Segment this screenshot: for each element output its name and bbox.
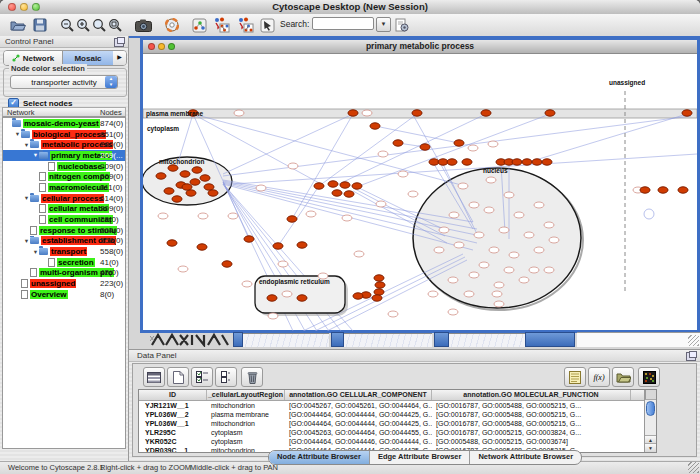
tab-edge-attribute-browser[interactable]: Edge Attribute Browser [370, 451, 470, 464]
data-panel-float-icon[interactable] [686, 352, 696, 361]
column-header[interactable]: ID [139, 390, 207, 400]
tree-row[interactable]: ▼metabolic process280(0) [3, 139, 125, 150]
network-node-label[interactable] [428, 291, 438, 297]
network-node-label[interactable] [524, 232, 534, 238]
network-node-label[interactable] [342, 215, 352, 221]
network-node-label[interactable] [178, 266, 188, 272]
window-resize-grip[interactable] [688, 462, 699, 473]
network-node[interactable] [297, 242, 307, 248]
import-attributes-button[interactable] [612, 367, 634, 387]
network-node[interactable] [374, 289, 384, 295]
zoom-fit-button[interactable] [106, 16, 125, 34]
network-node[interactable] [462, 159, 472, 165]
tree-row[interactable]: cellular metabo209(0) [3, 204, 125, 215]
network-node[interactable] [658, 187, 668, 193]
network-node[interactable] [167, 240, 177, 246]
network-node[interactable] [375, 282, 385, 288]
tree-row[interactable]: multi-organism pro42(0) [3, 268, 125, 279]
network-node-label[interactable] [228, 213, 238, 219]
network-node-label[interactable] [198, 213, 208, 219]
column-header[interactable]: annotation.GO MOLECULAR_FUNCTION [432, 390, 631, 400]
tree-row[interactable]: mosaic-demo-yeast874(0) [3, 118, 125, 129]
search-config-button[interactable] [392, 16, 411, 34]
network-node[interactable] [640, 187, 650, 193]
network-node[interactable] [200, 175, 210, 181]
network-node-label[interactable] [268, 313, 278, 319]
network-node[interactable] [412, 110, 422, 116]
select-mode-button[interactable] [258, 16, 277, 34]
network-view-window[interactable]: primary metabolic process plasma membran… [140, 37, 700, 333]
network-node-label[interactable] [474, 232, 484, 238]
tab-network[interactable]: Network [4, 51, 63, 65]
scroll-down-arrow[interactable]: ▼ [645, 443, 656, 452]
network-node[interactable] [340, 182, 350, 188]
network-node-label[interactable] [469, 202, 479, 208]
attribute-matrix-button[interactable] [638, 367, 660, 387]
network-node-label[interactable] [494, 282, 504, 288]
table-row[interactable]: YPL036W__1mitochondrion[GO:0044464, GO:0… [139, 419, 656, 428]
table-scrollbar[interactable]: ▲ ▼ [644, 390, 656, 452]
network-node-label[interactable] [494, 301, 504, 307]
network-node-label[interactable] [282, 291, 292, 297]
tree-row[interactable]: ▼establishment of lo558(0) [3, 236, 125, 247]
network-node[interactable] [420, 144, 430, 150]
network-node-label[interactable] [454, 242, 464, 248]
network-node[interactable] [164, 188, 174, 194]
unselect-attributes-button[interactable] [215, 367, 237, 387]
tree-row[interactable]: cell communicat22(0) [3, 214, 125, 225]
expand-arrow[interactable]: ▼ [14, 131, 21, 137]
scrollbar-thumb[interactable] [646, 401, 655, 416]
network-node[interactable] [197, 244, 207, 250]
network-node-label[interactable] [464, 291, 474, 297]
tree-row[interactable]: response to stimulu264(0) [3, 225, 125, 236]
network-node[interactable] [353, 293, 363, 299]
function-builder-button[interactable]: f(x) [588, 367, 610, 387]
network-node-label[interactable] [486, 177, 496, 183]
background-window-frame[interactable] [525, 332, 575, 347]
network-node[interactable] [192, 167, 202, 173]
network-node-label[interactable] [549, 237, 559, 243]
node-color-dropdown[interactable]: transporter activity ▲▼ [10, 75, 118, 89]
search-dropdown-button[interactable]: ▼ [376, 17, 391, 32]
network-node[interactable] [186, 190, 196, 196]
network-node-label[interactable] [484, 207, 494, 213]
network-node-label[interactable] [448, 309, 458, 315]
expand-arrow[interactable]: ▼ [32, 249, 39, 255]
network-node[interactable] [204, 184, 214, 190]
network-node-label[interactable] [434, 247, 444, 253]
network-node-label[interactable] [256, 185, 266, 191]
network-node[interactable] [314, 183, 324, 189]
network-canvas[interactable]: plasma membranecytoplasmmitochondrionnuc… [143, 54, 697, 331]
network-node-label[interactable] [499, 227, 509, 233]
network-node-label[interactable] [242, 281, 252, 287]
network-node-label[interactable] [354, 251, 364, 257]
network-node-label[interactable] [519, 277, 529, 283]
network-node[interactable] [372, 295, 382, 301]
layout-edges-button[interactable] [236, 16, 255, 34]
network-node[interactable] [208, 190, 218, 196]
tab-node-attribute-browser[interactable]: Node Attribute Browser [269, 451, 370, 464]
network-node[interactable] [332, 190, 342, 196]
background-window-content[interactable] [243, 333, 329, 347]
network-node-label[interactable] [234, 110, 244, 116]
network-node[interactable] [393, 140, 403, 146]
network-node[interactable] [454, 140, 464, 146]
open-session-button[interactable] [8, 16, 27, 34]
tree-row[interactable]: secretion41(0) [3, 257, 125, 268]
network-node[interactable] [348, 110, 358, 116]
network-node[interactable] [512, 159, 522, 165]
network-node-label[interactable] [376, 201, 386, 207]
network-node-label[interactable] [158, 213, 168, 219]
network-node-label[interactable] [388, 311, 398, 317]
network-node[interactable] [352, 183, 362, 189]
window-titlebar[interactable]: Cytoscape Desktop (New Session) [0, 0, 700, 15]
network-node[interactable] [273, 243, 283, 249]
column-header[interactable]: _cellularLayoutRegion [207, 390, 285, 400]
network-node-label[interactable] [479, 262, 489, 268]
network-node-label[interactable] [468, 145, 478, 151]
tree-row[interactable]: ▼primary metabo209(... [3, 150, 125, 161]
network-node-label[interactable] [514, 212, 524, 218]
background-window-frame[interactable] [331, 332, 344, 347]
network-node[interactable] [374, 275, 384, 281]
network-window-titlebar[interactable]: primary metabolic process [143, 40, 697, 54]
